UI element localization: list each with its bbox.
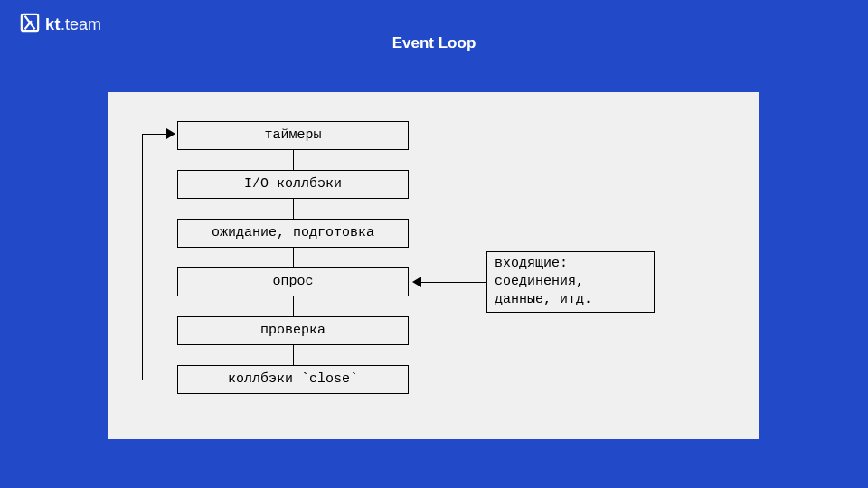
brand-text-team: .team [61, 15, 101, 33]
connector-line [293, 345, 294, 365]
node-io-callbacks: I/O коллбэки [177, 170, 409, 199]
connector-line [421, 282, 486, 283]
node-poll: опрос [177, 267, 409, 296]
node-check: проверка [177, 316, 409, 345]
brand-mark-icon [20, 13, 40, 37]
arrow-right-icon [166, 128, 175, 139]
brand-text-kt: kt [45, 15, 61, 33]
slide-title: Event Loop [0, 34, 868, 52]
diagram-panel: таймеры I/O коллбэки ожидание, подготовк… [108, 92, 760, 439]
loop-back-line [142, 380, 177, 380]
connector-line [293, 296, 294, 316]
event-loop-diagram: таймеры I/O коллбэки ожидание, подготовк… [108, 92, 760, 439]
brand-logo: kt.team [20, 13, 101, 37]
loop-back-line [142, 134, 143, 380]
brand-text: kt.team [45, 15, 101, 34]
connector-line [293, 248, 294, 267]
node-close-callbacks: коллбэки `close` [177, 365, 409, 394]
arrow-left-icon [412, 277, 421, 287]
node-timers: таймеры [177, 121, 409, 150]
connector-line [293, 199, 294, 219]
node-idle-prepare: ожидание, подготовка [177, 219, 409, 248]
node-incoming: входящие: соединения, данные, итд. [486, 251, 655, 313]
connector-line [293, 150, 294, 170]
